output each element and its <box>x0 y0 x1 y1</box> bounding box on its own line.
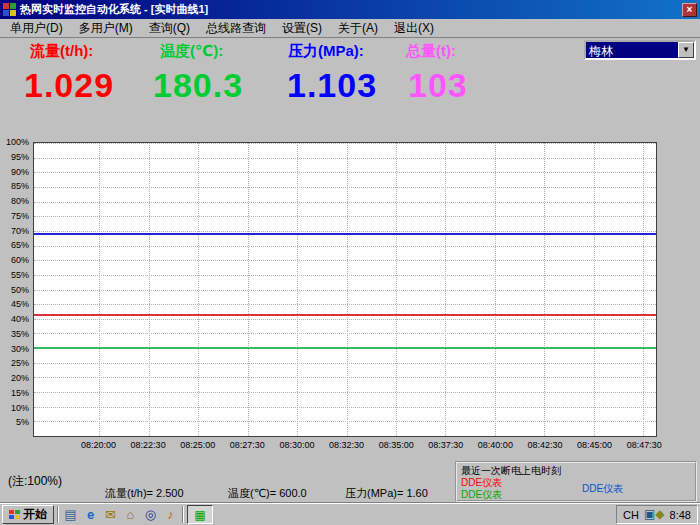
dde-meter-green: DDE仪表 <box>461 488 502 502</box>
start-button[interactable]: 开始 <box>2 505 54 524</box>
y-tick-label: 100% <box>6 137 29 147</box>
y-tick-label: 15% <box>11 388 29 398</box>
menu-bus-line-query[interactable]: 总线路查询 <box>198 18 274 39</box>
v-gridline <box>643 143 644 436</box>
h-gridline <box>34 143 656 144</box>
h-gridline <box>34 260 656 261</box>
v-gridline <box>495 143 496 436</box>
monitor-tray-icon[interactable]: ▣ <box>644 507 655 521</box>
y-tick-label: 75% <box>11 211 29 221</box>
power-event-panel: 最近一次断电上电时刻 DDE仪表 DDE仪表 DDE仪表 <box>455 461 697 502</box>
window-title: 热网实时监控自动化系统 - [实时曲线1] <box>20 2 678 17</box>
x-tick-label: 08:22:30 <box>131 440 166 450</box>
taskbar-divider <box>182 506 184 523</box>
pressure-label: 压力(MPa): <box>288 42 364 61</box>
app-window: 热网实时监控自动化系统 - [实时曲线1] × 单用户(D) 多用户(M) 查询… <box>0 0 700 525</box>
taskbar: 开始 ▤e✉⌂◎♪ ▦ CH ▣◆ 8:48 <box>0 503 700 525</box>
y-axis: 100%95%90%85%80%75%70%65%60%55%50%45%40%… <box>0 142 31 437</box>
search-icon[interactable]: ◎ <box>142 506 159 523</box>
h-gridline <box>34 216 656 217</box>
y-tick-label: 80% <box>11 196 29 206</box>
series-line-temp <box>34 347 656 349</box>
menu-exit[interactable]: 退出(X) <box>386 18 442 39</box>
y-tick-label: 45% <box>11 299 29 309</box>
v-gridline <box>198 143 199 436</box>
total-label: 总量(t): <box>406 42 456 61</box>
chevron-down-icon[interactable]: ▼ <box>678 42 694 58</box>
clock[interactable]: 8:48 <box>670 509 691 521</box>
pressure-fullscale-reading: 压力(MPa)= 1.60 <box>345 486 428 501</box>
outlook-icon[interactable]: ✉ <box>102 506 119 523</box>
y-tick-label: 85% <box>11 181 29 191</box>
x-axis: 08:20:0008:22:3008:25:0008:27:3008:30:00… <box>33 440 657 452</box>
pressure-value: 1.103 <box>287 66 377 105</box>
internet-explorer-icon[interactable]: e <box>82 506 99 523</box>
menu-about[interactable]: 关于(A) <box>330 18 386 39</box>
v-gridline <box>445 143 446 436</box>
h-gridline <box>34 407 656 408</box>
y-tick-label: 10% <box>11 403 29 413</box>
quick-launch-bar: ▤e✉⌂◎♪ <box>62 506 179 523</box>
temp-value: 180.3 <box>153 66 243 105</box>
series-line-flow <box>34 314 656 316</box>
h-gridline <box>34 187 656 188</box>
h-gridline <box>34 231 656 232</box>
x-tick-label: 08:30:00 <box>279 440 314 450</box>
menu-settings[interactable]: 设置(S) <box>274 18 330 39</box>
y-tick-label: 95% <box>11 152 29 162</box>
h-gridline <box>34 158 656 159</box>
menu-single-user[interactable]: 单用户(D) <box>2 18 71 39</box>
station-combobox[interactable]: 梅林 ▼ <box>584 40 696 60</box>
language-indicator[interactable]: CH <box>623 509 639 521</box>
h-gridline <box>34 172 656 173</box>
x-tick-label: 08:35:00 <box>379 440 414 450</box>
y-tick-label: 25% <box>11 358 29 368</box>
y-tick-label: 5% <box>16 417 29 427</box>
v-gridline <box>544 143 545 436</box>
y-tick-label: 40% <box>11 314 29 324</box>
h-gridline <box>34 202 656 203</box>
x-tick-label: 08:27:30 <box>230 440 265 450</box>
v-gridline <box>248 143 249 436</box>
h-gridline <box>34 290 656 291</box>
v-gridline <box>99 143 100 436</box>
menu-multi-user[interactable]: 多用户(M) <box>71 18 141 39</box>
x-tick-label: 08:40:00 <box>478 440 513 450</box>
taskbar-divider <box>57 506 59 523</box>
titlebar: 热网实时监控自动化系统 - [实时曲线1] × <box>0 0 700 19</box>
menu-query[interactable]: 查询(Q) <box>141 18 198 39</box>
scale-note: (注:100%) <box>8 473 62 490</box>
volume-tray-icon[interactable]: ◆ <box>655 507 664 521</box>
show-desktop-icon[interactable]: ▤ <box>62 506 79 523</box>
x-tick-label: 08:45:00 <box>577 440 612 450</box>
x-tick-label: 08:47:30 <box>627 440 662 450</box>
x-tick-label: 08:25:00 <box>180 440 215 450</box>
media-player-icon[interactable]: ♪ <box>162 506 179 523</box>
app-task-button[interactable]: ▦ <box>187 505 213 524</box>
x-tick-label: 08:32:30 <box>329 440 364 450</box>
h-gridline <box>34 377 656 378</box>
v-gridline <box>594 143 595 436</box>
flow-fullscale-reading: 流量(t/h)= 2.500 <box>105 486 184 501</box>
close-icon[interactable]: × <box>682 3 697 17</box>
station-selected-value[interactable]: 梅林 <box>586 42 678 58</box>
v-gridline <box>149 143 150 436</box>
h-gridline <box>34 363 656 364</box>
y-tick-label: 65% <box>11 240 29 250</box>
folder-icon[interactable]: ⌂ <box>122 506 139 523</box>
y-tick-label: 30% <box>11 344 29 354</box>
y-tick-label: 60% <box>11 255 29 265</box>
v-gridline <box>297 143 298 436</box>
series-line-pressure <box>34 233 656 235</box>
h-gridline <box>34 246 656 247</box>
total-value: 103 <box>408 66 468 105</box>
v-gridline <box>396 143 397 436</box>
flow-label: 流量(t/h): <box>30 42 93 61</box>
temp-label: 温度(℃): <box>160 42 223 61</box>
tray-icons: ▣◆ <box>644 506 665 523</box>
h-gridline <box>34 304 656 305</box>
h-gridline <box>34 392 656 393</box>
h-gridline <box>34 275 656 276</box>
y-tick-label: 90% <box>11 167 29 177</box>
y-tick-label: 70% <box>11 226 29 236</box>
